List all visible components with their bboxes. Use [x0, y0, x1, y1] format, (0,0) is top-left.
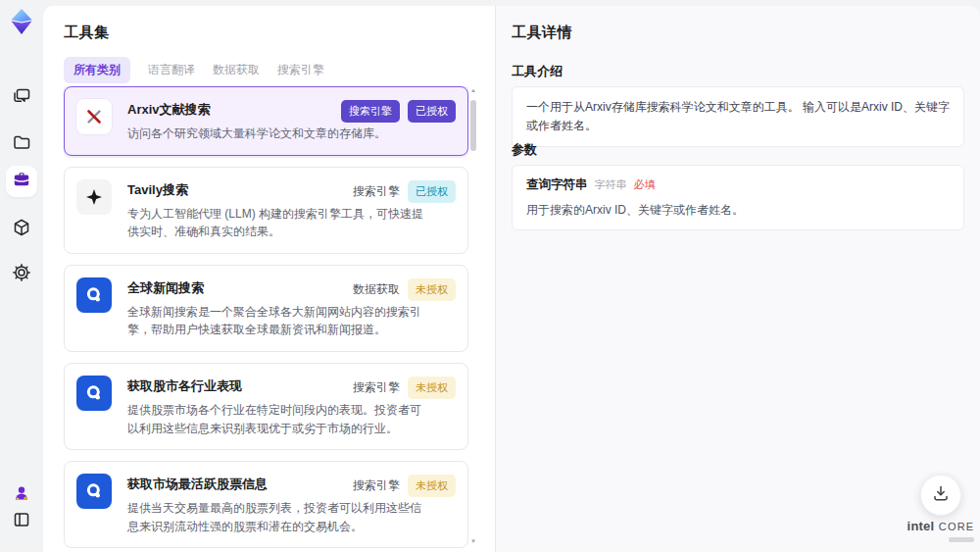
list-scrollbar[interactable]: ▲ ▼ — [468, 86, 478, 545]
folder-icon[interactable] — [12, 132, 31, 152]
logo-subtext-mark — [949, 537, 974, 542]
tool-card-arxiv[interactable]: Arxiv文献搜索 访问各个研究领域大量科学论文和文章的存储库。 搜索引擎 已授… — [64, 86, 468, 156]
search-q-logo-icon — [76, 376, 112, 411]
sidebar — [0, 0, 43, 552]
detail-title: 工具详情 — [512, 24, 572, 42]
arxiv-logo-icon — [76, 99, 112, 134]
param-required-badge: 必填 — [634, 177, 656, 192]
scrollbar-thumb[interactable] — [470, 100, 476, 151]
scroll-up-icon[interactable]: ▲ — [468, 86, 478, 94]
tool-card-sector-performance[interactable]: 获取股市各行业表现 提供股票市场各个行业在特定时间段内的表现。投资者可以利用这些… — [64, 363, 468, 450]
tool-description: 访问各个研究领域大量科学论文和文章的存储库。 — [127, 125, 423, 143]
auth-status-badge: 未授权 — [408, 376, 456, 399]
tab-language-translation[interactable]: 语言翻译 — [148, 62, 195, 78]
auth-status-badge: 未授权 — [408, 278, 456, 301]
intro-box: 一个用于从Arxiv存储库搜索科学论文和文章的工具。 输入可以是Arxiv ID… — [512, 86, 964, 147]
scroll-down-icon[interactable]: ▼ — [468, 537, 478, 545]
category-label: 搜索引擎 — [353, 379, 400, 396]
page-title: 工具集 — [64, 24, 110, 42]
param-type: 字符串 — [595, 177, 627, 192]
auth-status-badge: 未授权 — [408, 475, 456, 497]
chat-icon[interactable] — [12, 86, 31, 106]
intro-text: 一个用于从Arxiv存储库搜索科学论文和文章的工具。 输入可以是Arxiv ID… — [526, 100, 950, 132]
tool-card-most-active-stocks[interactable]: 获取市场最活跃股票信息 提供当天交易量最高的股票列表，投资者可以利用这些信息来识… — [64, 461, 468, 548]
search-q-logo-icon — [76, 474, 112, 509]
intel-core-logo: intel CORE — [904, 517, 978, 542]
intel-wordmark: intel — [907, 519, 935, 533]
tab-search-engine[interactable]: 搜索引擎 — [277, 62, 324, 78]
category-label: 搜索引擎 — [353, 477, 400, 494]
param-box: 查询字符串 字符串 必填 用于搜索的Arxiv ID、关键字或作者姓名。 — [512, 165, 964, 230]
sidebar-item-tools-active[interactable] — [6, 166, 37, 197]
tool-description: 全球新闻搜索是一个聚合全球各大新闻网站内容的搜索引擎，帮助用户快速获取全球最新资… — [127, 303, 423, 339]
category-badge: 搜索引擎 — [341, 100, 400, 123]
core-wordmark: CORE — [939, 521, 975, 532]
tool-detail-panel: 工具详情 工具介绍 一个用于从Arxiv存储库搜索科学论文和文章的工具。 输入可… — [495, 6, 980, 552]
tools-panel: 工具集 所有类别 语言翻译 数据获取 搜索引擎 Arxiv文献搜索 访问各个研究… — [43, 6, 495, 552]
intro-heading: 工具介绍 — [512, 63, 563, 80]
tool-description: 提供股票市场各个行业在特定时间段内的表现。投资者可以利用这些信息来识别表现优于或… — [127, 401, 423, 437]
tab-all-categories[interactable]: 所有类别 — [64, 57, 130, 83]
tool-card-tavily[interactable]: Tavily搜索 专为人工智能代理 (LLM) 构建的搜索引擎工具，可快速提供实… — [64, 167, 468, 254]
tab-data-fetching[interactable]: 数据获取 — [213, 62, 260, 78]
auth-status-badge: 已授权 — [408, 180, 456, 203]
category-tabs: 所有类别 语言翻译 数据获取 搜索引擎 — [64, 57, 324, 83]
download-icon — [932, 484, 950, 506]
param-name: 查询字符串 — [526, 176, 588, 193]
panel-toggle-icon[interactable] — [12, 510, 31, 529]
user-avatar[interactable] — [12, 483, 31, 503]
param-description: 用于搜索的Arxiv ID、关键字或作者姓名。 — [526, 202, 950, 219]
tool-list: Arxiv文献搜索 访问各个研究领域大量科学论文和文章的存储库。 搜索引擎 已授… — [64, 86, 468, 552]
package-cube-icon[interactable] — [12, 218, 31, 237]
tavily-star-icon — [76, 179, 112, 215]
app-logo-gem-icon — [8, 8, 35, 35]
tool-description: 专为人工智能代理 (LLM) 构建的搜索引擎工具，可快速提供实时、准确和真实的结… — [127, 205, 423, 241]
params-heading: 参数 — [512, 141, 537, 159]
category-label: 搜索引擎 — [353, 183, 400, 200]
settings-gear-icon[interactable] — [12, 263, 31, 282]
tool-card-global-news[interactable]: 全球新闻搜索 全球新闻搜索是一个聚合全球各大新闻网站内容的搜索引擎，帮助用户快速… — [64, 265, 468, 352]
toolbox-icon — [13, 171, 30, 192]
category-label: 数据获取 — [353, 281, 400, 298]
download-button[interactable] — [920, 475, 961, 516]
auth-status-badge: 已授权 — [408, 100, 456, 123]
search-q-logo-icon — [76, 277, 112, 313]
tool-description: 提供当天交易量最高的股票列表，投资者可以利用这些信息来识别流动性强的股票和潜在的… — [127, 499, 423, 535]
